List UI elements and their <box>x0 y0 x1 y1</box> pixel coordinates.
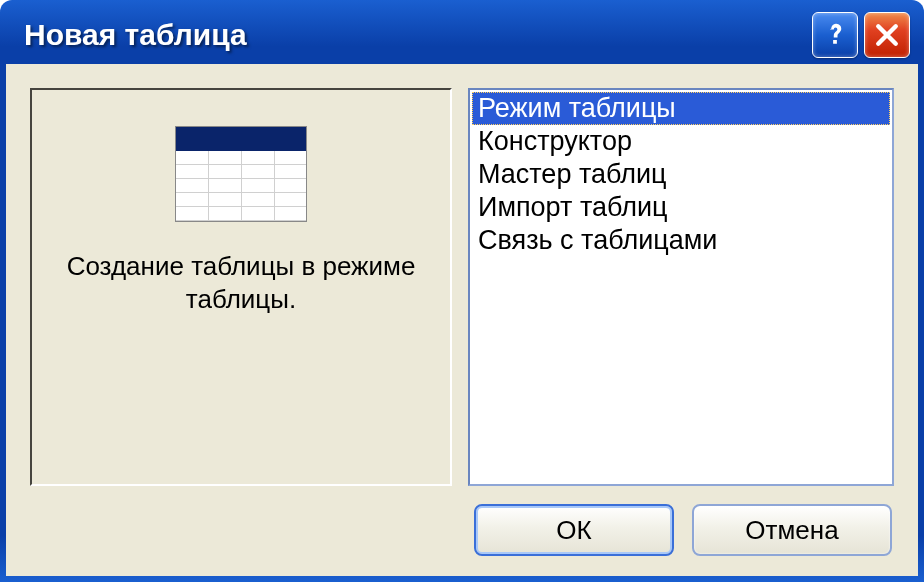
ok-button[interactable]: ОК <box>474 504 674 556</box>
window-title: Новая таблица <box>24 18 812 52</box>
help-icon <box>820 20 850 50</box>
list-item[interactable]: Импорт таблиц <box>472 191 890 224</box>
main-content: Создание таблицы в режиме таблицы. Режим… <box>30 88 894 486</box>
list-item[interactable]: Мастер таблиц <box>472 158 890 191</box>
client-area: Создание таблицы в режиме таблицы. Режим… <box>6 64 918 576</box>
help-button[interactable] <box>812 12 858 58</box>
titlebar-buttons <box>812 12 910 58</box>
button-row: ОК Отмена <box>30 504 894 556</box>
close-button[interactable] <box>864 12 910 58</box>
preview-panel: Создание таблицы в режиме таблицы. <box>30 88 452 486</box>
options-listbox[interactable]: Режим таблицы Конструктор Мастер таблиц … <box>468 88 894 486</box>
list-item[interactable]: Режим таблицы <box>472 92 890 125</box>
preview-description: Создание таблицы в режиме таблицы. <box>32 250 450 315</box>
list-item[interactable]: Связь с таблицами <box>472 224 890 257</box>
close-icon <box>872 20 902 50</box>
cancel-button[interactable]: Отмена <box>692 504 892 556</box>
list-item[interactable]: Конструктор <box>472 125 890 158</box>
titlebar: Новая таблица <box>6 6 918 64</box>
dialog-window: Новая таблица Создание таблицы в режи <box>0 0 924 582</box>
table-icon <box>175 126 307 222</box>
